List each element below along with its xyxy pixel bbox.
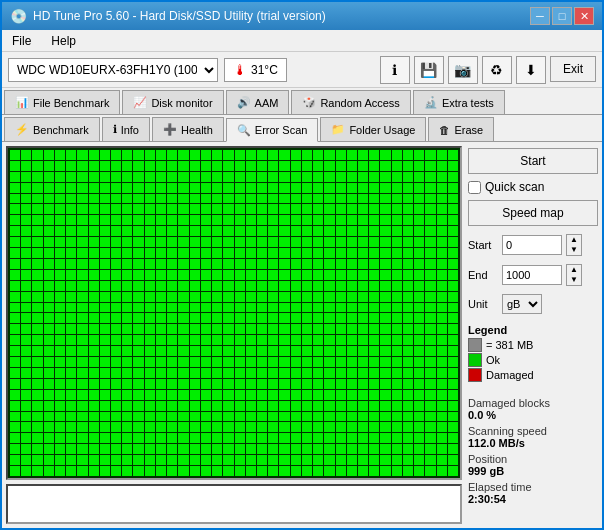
folder-usage-icon: 📁 xyxy=(331,123,345,136)
grid-cell xyxy=(414,390,424,400)
grid-cell xyxy=(291,259,301,269)
grid-cell xyxy=(21,161,31,171)
quick-scan-checkbox[interactable] xyxy=(468,181,481,194)
grid-cell xyxy=(10,215,20,225)
grid-cell xyxy=(257,433,267,443)
unit-selector[interactable]: gB xyxy=(502,294,542,314)
grid-cell xyxy=(133,183,143,193)
grid-cell xyxy=(392,412,402,422)
grid-cell xyxy=(66,444,76,454)
camera-icon-button[interactable]: 📷 xyxy=(448,56,478,84)
grid-cell xyxy=(21,401,31,411)
grid-cell xyxy=(201,313,211,323)
grid-cell xyxy=(369,422,379,432)
grid-cell xyxy=(324,346,334,356)
save-icon-button[interactable]: 💾 xyxy=(414,56,444,84)
exit-button[interactable]: Exit xyxy=(550,56,596,82)
menu-file[interactable]: File xyxy=(6,32,37,50)
tab-health[interactable]: ➕ Health xyxy=(152,117,224,141)
grid-cell xyxy=(156,150,166,160)
grid-cell xyxy=(414,412,424,422)
grid-cell xyxy=(21,335,31,345)
grid-cell xyxy=(145,183,155,193)
speed-map-button[interactable]: Speed map xyxy=(468,200,598,226)
grid-cell xyxy=(235,303,245,313)
grid-cell xyxy=(313,248,323,258)
grid-cell xyxy=(257,379,267,389)
grid-cell xyxy=(313,313,323,323)
grid-cell xyxy=(156,433,166,443)
tab-extra-tests[interactable]: 🔬 Extra tests xyxy=(413,90,505,114)
grid-cell xyxy=(156,281,166,291)
grid-cell xyxy=(212,346,222,356)
download-icon-button[interactable]: ⬇ xyxy=(516,56,546,84)
grid-cell xyxy=(21,444,31,454)
grid-cell xyxy=(89,346,99,356)
grid-cell xyxy=(403,379,413,389)
grid-cell xyxy=(133,335,143,345)
grid-cell xyxy=(212,401,222,411)
tab-aam[interactable]: 🔊 AAM xyxy=(226,90,290,114)
grid-cell xyxy=(246,172,256,182)
grid-cell xyxy=(201,444,211,454)
grid-cell xyxy=(324,379,334,389)
grid-cell xyxy=(223,150,233,160)
grid-cell xyxy=(392,324,402,334)
info-icon-button[interactable]: ℹ xyxy=(380,56,410,84)
grid-cell xyxy=(156,270,166,280)
grid-cell xyxy=(257,215,267,225)
end-input[interactable] xyxy=(502,265,562,285)
start-down-button[interactable]: ▼ xyxy=(567,245,581,255)
grid-cell xyxy=(178,346,188,356)
grid-cell xyxy=(133,259,143,269)
random-access-icon: 🎲 xyxy=(302,96,316,109)
grid-cell xyxy=(44,303,54,313)
start-up-button[interactable]: ▲ xyxy=(567,235,581,245)
grid-cell xyxy=(425,150,435,160)
end-down-button[interactable]: ▼ xyxy=(567,275,581,285)
grid-cell xyxy=(223,313,233,323)
tab-erase[interactable]: 🗑 Erase xyxy=(428,117,494,141)
start-button[interactable]: Start xyxy=(468,148,598,174)
tab-folder-usage[interactable]: 📁 Folder Usage xyxy=(320,117,426,141)
grid-cell xyxy=(336,313,346,323)
grid-cell xyxy=(268,194,278,204)
grid-cell xyxy=(279,204,289,214)
grid-cell xyxy=(122,172,132,182)
tab-benchmark[interactable]: ⚡ Benchmark xyxy=(4,117,100,141)
grid-cell xyxy=(380,444,390,454)
quick-scan-label[interactable]: Quick scan xyxy=(485,180,544,194)
grid-cell xyxy=(10,248,20,258)
grid-cell xyxy=(212,368,222,378)
recycle-icon-button[interactable]: ♻ xyxy=(482,56,512,84)
grid-cell xyxy=(212,324,222,334)
minimize-button[interactable]: ─ xyxy=(530,7,550,25)
grid-cell xyxy=(133,422,143,432)
grid-cell xyxy=(100,194,110,204)
grid-cell xyxy=(89,335,99,345)
tab-disk-monitor[interactable]: 📈 Disk monitor xyxy=(122,90,223,114)
grid-cell xyxy=(291,401,301,411)
grid-cell xyxy=(212,303,222,313)
disk-selector[interactable]: WDC WD10EURX-63FH1Y0 (1000 gB) xyxy=(8,58,218,82)
maximize-button[interactable]: □ xyxy=(552,7,572,25)
app-icon: 💿 xyxy=(10,8,27,24)
grid-cell xyxy=(425,303,435,313)
grid-cell xyxy=(257,335,267,345)
end-up-button[interactable]: ▲ xyxy=(567,265,581,275)
tab-error-scan[interactable]: 🔍 Error Scan xyxy=(226,118,319,142)
grid-cell xyxy=(190,194,200,204)
grid-cell xyxy=(291,226,301,236)
tab-random-access[interactable]: 🎲 Random Access xyxy=(291,90,410,114)
tab-file-benchmark[interactable]: 📊 File Benchmark xyxy=(4,90,120,114)
tab-info[interactable]: ℹ Info xyxy=(102,117,150,141)
menu-help[interactable]: Help xyxy=(45,32,82,50)
grid-cell xyxy=(369,401,379,411)
grid-cell xyxy=(77,390,87,400)
grid-cell xyxy=(32,161,42,171)
grid-cell xyxy=(302,248,312,258)
close-button[interactable]: ✕ xyxy=(574,7,594,25)
start-input[interactable] xyxy=(502,235,562,255)
grid-cell xyxy=(313,324,323,334)
grid-cell xyxy=(235,226,245,236)
